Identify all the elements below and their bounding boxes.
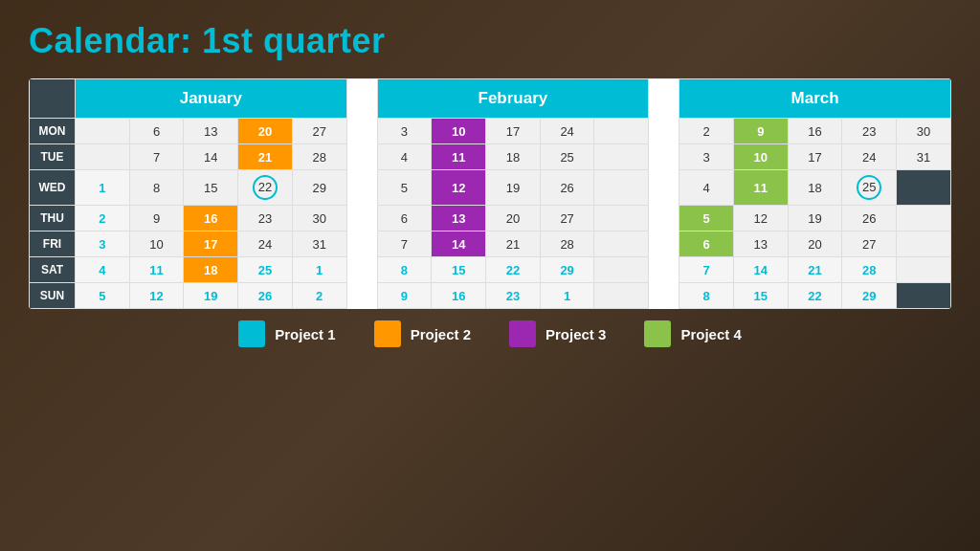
cell: 16 bbox=[432, 283, 486, 309]
cell bbox=[76, 119, 130, 144]
cell bbox=[897, 283, 951, 309]
cell: 24 bbox=[540, 119, 594, 144]
cell: 27 bbox=[292, 119, 346, 144]
cell: 10 bbox=[733, 144, 788, 170]
cell bbox=[594, 119, 649, 144]
cell: 18 bbox=[788, 170, 842, 206]
cell: 3 bbox=[76, 231, 130, 257]
cell: 17 bbox=[788, 144, 842, 170]
cell: 15 bbox=[733, 283, 788, 309]
cell: 8 bbox=[377, 257, 432, 283]
cell: 1 bbox=[76, 170, 130, 206]
cell: 6 bbox=[377, 206, 432, 231]
cell: 16 bbox=[184, 206, 238, 231]
cell bbox=[897, 206, 951, 231]
cell: 2 bbox=[679, 119, 734, 144]
cell: 14 bbox=[432, 231, 486, 257]
cell: 27 bbox=[842, 231, 897, 257]
cell: 19 bbox=[486, 170, 541, 206]
cell: 18 bbox=[486, 144, 541, 170]
cell: 21 bbox=[788, 257, 842, 283]
cell: 23 bbox=[486, 283, 541, 309]
cell: 11 bbox=[432, 144, 486, 170]
cell: 20 bbox=[788, 231, 842, 257]
legend: Project 1 Project 2 Project 3 Project 4 bbox=[29, 320, 951, 347]
cell: 18 bbox=[184, 257, 238, 283]
cell: 28 bbox=[842, 257, 897, 283]
cell bbox=[76, 144, 130, 170]
cell bbox=[897, 257, 951, 283]
cell: 22 bbox=[238, 170, 293, 206]
day-label-sat: SAT bbox=[30, 257, 76, 283]
legend-label-project2: Project 2 bbox=[411, 326, 471, 342]
day-label-wed: WED bbox=[30, 170, 76, 206]
cell: 29 bbox=[842, 283, 897, 309]
cell: 19 bbox=[788, 206, 842, 231]
cell: 22 bbox=[788, 283, 842, 309]
day-label-sun: SUN bbox=[30, 283, 76, 309]
circled-25: 25 bbox=[857, 175, 881, 200]
cell: 29 bbox=[540, 257, 594, 283]
cell: 6 bbox=[679, 231, 734, 257]
cell: 23 bbox=[238, 206, 293, 231]
month-march: March bbox=[679, 79, 951, 119]
legend-label-project3: Project 3 bbox=[546, 326, 606, 342]
cell: 13 bbox=[733, 231, 788, 257]
cell: 10 bbox=[129, 231, 184, 257]
cell bbox=[897, 231, 951, 257]
cell: 20 bbox=[486, 206, 541, 231]
cell: 11 bbox=[733, 170, 788, 206]
cell: 14 bbox=[733, 257, 788, 283]
cell: 4 bbox=[679, 170, 734, 206]
cell: 21 bbox=[486, 231, 541, 257]
cell bbox=[594, 231, 649, 257]
cell: 30 bbox=[897, 119, 951, 144]
cell: 31 bbox=[292, 231, 346, 257]
cell bbox=[594, 257, 649, 283]
table-row: SUN 5 12 19 26 2 9 16 23 1 8 15 22 29 bbox=[30, 283, 951, 309]
cell: 26 bbox=[238, 283, 293, 309]
cell: 28 bbox=[292, 144, 346, 170]
circled-22: 22 bbox=[253, 175, 278, 200]
cell: 12 bbox=[129, 283, 184, 309]
table-row: FRI 3 10 17 24 31 7 14 21 28 6 13 20 bbox=[30, 231, 951, 257]
cell: 7 bbox=[377, 231, 432, 257]
cell: 4 bbox=[377, 144, 432, 170]
cell: 1 bbox=[540, 283, 594, 309]
cell: 7 bbox=[679, 257, 734, 283]
cell: 14 bbox=[184, 144, 238, 170]
cell: 25 bbox=[238, 257, 293, 283]
cell: 5 bbox=[679, 206, 734, 231]
cell: 7 bbox=[129, 144, 184, 170]
cell: 19 bbox=[184, 283, 238, 309]
cell: 6 bbox=[129, 119, 184, 144]
cell: 31 bbox=[897, 144, 951, 170]
table-row: SAT 4 11 18 25 1 8 15 22 29 7 14 21 2 bbox=[30, 257, 951, 283]
cell: 16 bbox=[788, 119, 842, 144]
cell: 22 bbox=[486, 257, 541, 283]
cell: 4 bbox=[76, 257, 130, 283]
cell: 23 bbox=[842, 119, 897, 144]
cell: 3 bbox=[679, 144, 734, 170]
month-header-row: January February March bbox=[30, 79, 951, 119]
cell: 21 bbox=[238, 144, 293, 170]
month-january: January bbox=[76, 79, 347, 119]
cell: 2 bbox=[76, 206, 130, 231]
cell: 25 bbox=[540, 144, 594, 170]
cell bbox=[594, 144, 649, 170]
cell: 29 bbox=[292, 170, 346, 206]
day-label-thu: THU bbox=[30, 206, 76, 231]
legend-label-project1: Project 1 bbox=[275, 326, 335, 342]
cell: 13 bbox=[184, 119, 238, 144]
cell: 20 bbox=[238, 119, 293, 144]
legend-color-project1 bbox=[238, 320, 265, 347]
cell: 9 bbox=[733, 119, 788, 144]
cell: 17 bbox=[486, 119, 541, 144]
table-row: TUE 7 14 21 28 4 11 18 25 3 10 17 24 bbox=[30, 144, 951, 170]
table-row: WED 1 8 15 22 29 5 12 19 26 4 11 18 2 bbox=[30, 170, 951, 206]
cell: 9 bbox=[377, 283, 432, 309]
cell: 30 bbox=[292, 206, 346, 231]
legend-item-project3: Project 3 bbox=[509, 320, 606, 347]
legend-color-project4 bbox=[644, 320, 671, 347]
cell: 25 bbox=[842, 170, 897, 206]
